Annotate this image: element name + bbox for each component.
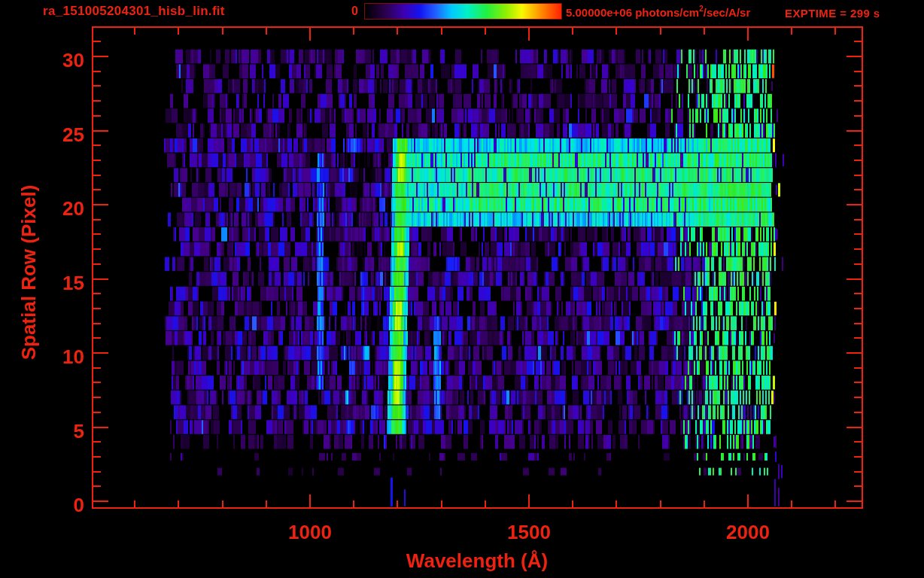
x-axis-title: Wavelength (Å) [357,549,597,573]
colorbar-max-label: 5.00000e+06 photons/cm2/sec/A/sr [566,5,750,19]
colorbar-units-suffix: /sec/A/sr [704,6,751,19]
y-tick-label: 15 [30,272,84,295]
colorbar-min-label: 0 [330,5,358,18]
spectrogram-window: ra_151005204301_hisb_lin.fit 0 5.00000e+… [0,0,924,578]
x-tick-label: 2000 [703,521,793,544]
y-tick-label: 10 [30,345,84,369]
spectrogram-heatmap-canvas [0,0,924,578]
x-tick-label: 1500 [484,521,574,544]
colorbar-units-prefix: 5.00000e+06 photons/cm [566,6,699,19]
y-tick-label: 5 [30,420,84,443]
file-title: ra_151005204301_hisb_lin.fit [43,4,225,19]
x-tick-label: 1000 [265,521,355,544]
colorbar [364,3,562,20]
exptime-label: EXPTIME = 299 s [785,7,880,20]
y-tick-label: 20 [30,197,84,221]
y-tick-label: 25 [30,123,84,147]
y-tick-label: 30 [30,49,84,72]
colorbar-units-superscript: 2 [699,5,704,13]
y-tick-label: 0 [30,494,84,517]
